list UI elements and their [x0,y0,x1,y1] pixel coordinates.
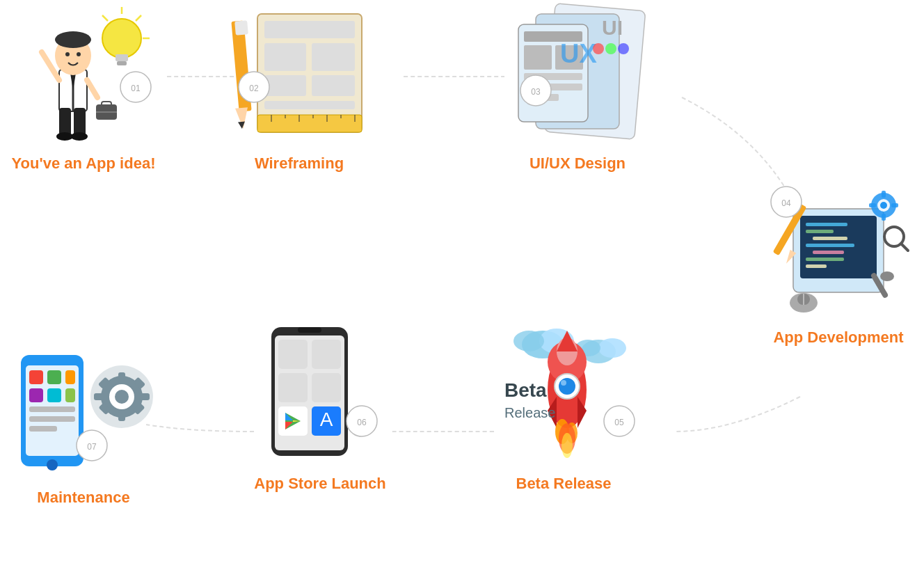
svg-rect-139 [29,416,75,422]
svg-rect-17 [116,54,128,61]
svg-rect-66 [813,237,847,240]
svg-rect-117 [278,373,308,402]
svg-rect-41 [264,75,306,96]
svg-rect-30 [257,115,362,132]
svg-rect-28 [234,20,248,35]
svg-rect-134 [65,370,75,384]
svg-text:Beta: Beta [504,379,547,401]
svg-point-4 [55,31,91,48]
svg-text:07: 07 [87,442,97,452]
app-store-launch-icon-wrapper: A 06 [250,320,390,466]
step-app-idea-label: You've an App idea! [12,155,156,173]
svg-rect-149 [139,393,150,400]
app-store-launch-icon: A 06 [250,320,390,466]
svg-rect-39 [264,43,306,71]
svg-text:04: 04 [781,198,791,208]
app-idea-icon: 01 [7,0,160,146]
step-uiux: UX UI 03 UI/UX Design [501,0,654,173]
svg-point-141 [47,459,58,471]
svg-point-101 [561,380,566,386]
svg-text:06: 06 [357,418,367,427]
svg-rect-70 [806,264,827,268]
svg-rect-9 [59,108,71,136]
svg-point-12 [71,132,88,141]
step-uiux-label: UI/UX Design [529,155,626,173]
svg-point-145 [115,390,129,404]
svg-rect-69 [806,258,844,261]
svg-text:02: 02 [249,84,259,93]
svg-point-93 [598,338,626,358]
step-app-development-label: App Development [773,329,903,347]
svg-rect-64 [806,223,847,226]
svg-rect-65 [806,230,834,233]
svg-rect-138 [29,406,75,412]
svg-line-83 [901,244,908,251]
svg-rect-77 [891,203,898,207]
svg-rect-40 [312,43,355,71]
svg-rect-137 [65,388,75,402]
svg-text:05: 05 [614,418,624,427]
step-maintenance-label: Maintenance [37,489,129,507]
step-wireframing: 02 Wireframing [223,0,376,173]
svg-rect-74 [882,191,886,198]
svg-rect-50 [524,45,552,70]
svg-text:UI: UI [602,16,623,39]
svg-rect-42 [312,75,355,96]
svg-rect-18 [117,61,127,65]
svg-point-59 [618,43,629,54]
svg-text:01: 01 [131,84,141,93]
svg-rect-67 [806,244,854,247]
svg-rect-115 [278,340,308,369]
svg-text:Release: Release [504,405,555,420]
svg-rect-148 [94,393,104,400]
svg-point-58 [605,43,616,54]
svg-rect-114 [298,327,321,333]
svg-rect-133 [47,370,61,384]
step-beta-release-label: Beta Release [516,475,612,493]
maintenance-icon: 07 [14,341,153,480]
svg-point-73 [880,202,887,209]
svg-rect-135 [29,388,43,402]
svg-line-20 [136,15,141,21]
svg-rect-132 [29,370,43,384]
svg-text:UX: UX [560,39,597,68]
beta-release-icon-wrapper: Beta Release 05 [487,320,640,466]
svg-rect-10 [74,108,86,136]
svg-text:03: 03 [531,87,541,97]
svg-rect-146 [118,372,125,383]
app-idea-icon-wrapper: 01 [7,0,160,146]
step-wireframing-label: Wireframing [255,155,344,173]
svg-rect-140 [29,426,57,432]
svg-point-16 [102,19,141,58]
maintenance-icon-wrapper: 07 [14,341,153,480]
wireframing-icon: 02 [223,0,376,146]
step-app-store-launch-label: App Store Launch [254,475,385,493]
svg-rect-43 [264,101,355,109]
wireframing-icon-wrapper: 02 [223,0,376,146]
svg-point-91 [513,331,544,351]
svg-point-5 [65,52,70,56]
svg-rect-116 [312,340,341,369]
svg-rect-136 [47,388,61,402]
svg-text:A: A [320,409,333,430]
svg-rect-76 [869,203,876,207]
svg-rect-147 [118,411,125,421]
svg-point-81 [880,271,894,281]
svg-rect-38 [264,21,355,38]
step-app-development: 04 App Development [765,167,911,347]
app-development-icon-wrapper: 04 [765,167,911,320]
svg-point-100 [559,378,575,395]
step-beta-release: Beta Release 05 Beta Release [487,320,640,493]
svg-point-11 [56,132,73,141]
beta-release-icon: Beta Release 05 [487,320,640,466]
svg-point-57 [593,43,604,54]
step-app-idea: 01 You've an App idea! [7,0,160,173]
svg-rect-68 [813,251,844,254]
uiux-icon-wrapper: UX UI 03 [501,0,654,146]
svg-point-107 [561,433,573,458]
svg-marker-27 [238,122,246,129]
svg-rect-75 [882,214,886,221]
svg-rect-118 [312,373,341,402]
svg-line-8 [87,80,97,97]
step-maintenance: 07 Maintenance [14,341,153,507]
